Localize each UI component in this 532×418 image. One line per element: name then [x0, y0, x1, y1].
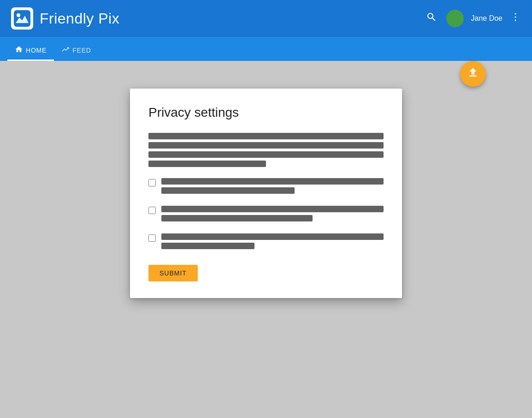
svg-point-5 [515, 20, 516, 21]
app-header: Friendly Pix Jane Doe [0, 0, 532, 37]
svg-rect-1 [14, 10, 30, 27]
avatar [446, 10, 464, 27]
desc-line-4 [148, 161, 266, 167]
checkbox-1-text [161, 178, 384, 197]
home-icon [15, 45, 23, 55]
upload-fab[interactable] [460, 61, 486, 87]
nav-bar: HOME FEED [0, 37, 532, 61]
header-left: Friendly Pix [11, 7, 119, 30]
checkbox-item-2 [148, 206, 384, 224]
checkbox-2-text [161, 206, 384, 224]
main-content: Privacy settings [0, 61, 532, 418]
cb2-line-2 [161, 215, 313, 221]
description-text [148, 133, 384, 167]
upload-icon [467, 66, 479, 81]
checkbox-item-3 [148, 233, 384, 252]
checkbox-1[interactable] [148, 179, 156, 186]
desc-line-2 [148, 142, 384, 149]
logo-icon [11, 7, 33, 30]
svg-point-2 [17, 13, 20, 17]
cb2-line-1 [161, 206, 384, 212]
privacy-settings-dialog: Privacy settings [130, 89, 402, 298]
tab-home-label: HOME [26, 47, 47, 54]
tab-home[interactable]: HOME [7, 45, 54, 61]
checkbox-item-1 [148, 178, 384, 197]
desc-line-1 [148, 133, 384, 139]
cb3-line-1 [161, 233, 384, 240]
checkbox-2[interactable] [148, 207, 156, 214]
cb3-line-2 [161, 243, 254, 249]
submit-button[interactable]: SUBMIT [148, 265, 198, 281]
desc-line-3 [148, 151, 384, 158]
more-options-icon[interactable] [510, 12, 521, 25]
header-right: Jane Doe [424, 10, 521, 27]
app-title: Friendly Pix [40, 10, 119, 27]
search-icon[interactable] [424, 12, 439, 25]
checkbox-3-text [161, 233, 384, 252]
cb1-line-2 [161, 187, 295, 194]
svg-point-4 [515, 17, 516, 18]
tab-feed-label: FEED [72, 47, 91, 54]
tab-feed[interactable]: FEED [54, 45, 99, 61]
svg-point-3 [515, 13, 516, 15]
cb1-line-1 [161, 178, 384, 185]
dialog-title: Privacy settings [148, 105, 384, 120]
username-label: Jane Doe [471, 14, 503, 23]
feed-icon [61, 45, 70, 55]
checkbox-3[interactable] [148, 234, 156, 242]
